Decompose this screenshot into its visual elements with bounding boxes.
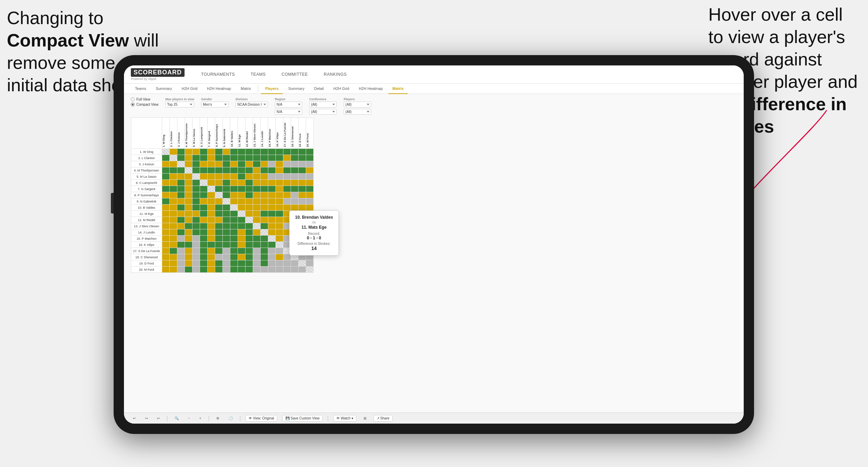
cell-r8-c13[interactable] xyxy=(253,192,261,198)
cell-r2-c1[interactable] xyxy=(162,155,170,161)
cell-r14-c10[interactable] xyxy=(230,229,238,236)
cell-r3-c2[interactable] xyxy=(170,161,177,167)
cell-r10-c15[interactable] xyxy=(268,205,276,211)
cell-r15-c5[interactable] xyxy=(192,236,200,242)
cell-r18-c7[interactable] xyxy=(208,254,215,260)
cell-r8-c11[interactable] xyxy=(238,192,245,198)
cell-r1-c5[interactable] xyxy=(192,149,200,155)
cell-r4-c16[interactable] xyxy=(276,167,283,174)
cell-r16-c15[interactable] xyxy=(268,242,276,248)
cell-r6-c3[interactable] xyxy=(177,180,185,186)
cell-r7-c4[interactable] xyxy=(185,186,192,192)
tab-players[interactable]: Players xyxy=(261,84,283,94)
tab-h2h-grid-2[interactable]: H2H Grid xyxy=(329,84,353,94)
cell-r12-c15[interactable] xyxy=(268,217,276,223)
cell-r3-c16[interactable] xyxy=(276,161,283,167)
cell-r19-c16[interactable] xyxy=(276,260,283,267)
cell-r13-c5[interactable] xyxy=(192,223,200,229)
cell-r19-c12[interactable] xyxy=(245,260,253,267)
cell-r13-c4[interactable] xyxy=(185,223,192,229)
cell-r15-c2[interactable] xyxy=(170,236,177,242)
cell-r2-c13[interactable] xyxy=(253,155,261,161)
cell-r9-c17[interactable] xyxy=(283,198,291,205)
cell-r17-c8[interactable] xyxy=(215,248,223,254)
cell-r13-c2[interactable] xyxy=(170,223,177,229)
cell-r3-c13[interactable] xyxy=(253,161,261,167)
clock-icon[interactable]: 🕐 xyxy=(227,415,235,421)
cell-r2-c6[interactable] xyxy=(200,155,208,161)
cell-r16-c12[interactable] xyxy=(245,242,253,248)
cell-r18-c8[interactable] xyxy=(215,254,223,260)
cell-r19-c17[interactable] xyxy=(283,260,291,267)
cell-r13-c9[interactable] xyxy=(223,223,230,229)
cell-r7-c8[interactable] xyxy=(215,186,223,192)
cell-r8-c16[interactable] xyxy=(276,192,283,198)
cell-r8-c5[interactable] xyxy=(192,192,200,198)
cell-r19-c13[interactable] xyxy=(253,260,261,267)
cell-r3-c8[interactable] xyxy=(215,161,223,167)
cell-r19-c4[interactable] xyxy=(185,260,192,267)
cell-r12-c1[interactable] xyxy=(162,217,170,223)
cell-r1-c14[interactable] xyxy=(261,149,268,155)
cell-r6-c15[interactable] xyxy=(268,180,276,186)
cell-r3-c1[interactable] xyxy=(162,161,170,167)
cell-r5-c10[interactable] xyxy=(230,174,238,180)
cell-r9-c14[interactable] xyxy=(261,198,268,205)
cell-r15-c3[interactable] xyxy=(177,236,185,242)
cell-r5-c19[interactable] xyxy=(299,174,306,180)
cell-r6-c9[interactable] xyxy=(223,180,230,186)
filter-conference-select[interactable]: (All) xyxy=(309,102,337,107)
cell-r7-c16[interactable] xyxy=(276,186,283,192)
cell-r2-c12[interactable] xyxy=(245,155,253,161)
cell-r16-c6[interactable] xyxy=(200,242,208,248)
cell-r3-c4[interactable] xyxy=(185,161,192,167)
cell-r7-c13[interactable] xyxy=(253,186,261,192)
cell-r4-c20[interactable] xyxy=(306,167,314,174)
cell-r11-c6[interactable] xyxy=(200,211,208,217)
cell-r4-c9[interactable] xyxy=(223,167,230,174)
cell-r3-c11[interactable] xyxy=(238,161,245,167)
cell-r17-c3[interactable] xyxy=(177,248,185,254)
cell-r14-c11[interactable] xyxy=(238,229,245,236)
cell-r15-c9[interactable] xyxy=(223,236,230,242)
cell-r12-c14[interactable] xyxy=(261,217,268,223)
cell-r5-c15[interactable] xyxy=(268,174,276,180)
cell-r14-c12[interactable] xyxy=(245,229,253,236)
tab-detail[interactable]: Detail xyxy=(310,84,328,94)
cell-r4-c13[interactable] xyxy=(253,167,261,174)
cell-r19-c9[interactable] xyxy=(223,260,230,267)
filter-division-select[interactable]: NCAA Division I xyxy=(236,102,268,107)
cell-r20-c12[interactable] xyxy=(245,267,253,273)
cell-r18-c6[interactable] xyxy=(200,254,208,260)
cell-r10-c18[interactable] xyxy=(291,205,299,211)
cell-r7-c17[interactable] xyxy=(283,186,291,192)
cell-r20-c11[interactable] xyxy=(238,267,245,273)
cell-r1-c20[interactable] xyxy=(306,149,314,155)
cell-r6-c4[interactable] xyxy=(185,180,192,186)
cell-r10-c13[interactable] xyxy=(253,205,261,211)
cell-r3-c14[interactable] xyxy=(261,161,268,167)
cell-r18-c14[interactable] xyxy=(261,254,268,260)
cell-r3-c3[interactable] xyxy=(177,161,185,167)
cell-r18-c5[interactable] xyxy=(192,254,200,260)
cell-r3-c6[interactable] xyxy=(200,161,208,167)
cell-r6-c17[interactable] xyxy=(283,180,291,186)
cell-r19-c7[interactable] xyxy=(208,260,215,267)
cell-r11-c16[interactable] xyxy=(276,211,283,217)
compact-view-radio[interactable] xyxy=(131,103,135,106)
zoom-minus-button[interactable]: − xyxy=(186,415,192,421)
cell-r10-c14[interactable] xyxy=(261,205,268,211)
cell-r5-c7[interactable] xyxy=(208,174,215,180)
cell-r8-c6[interactable] xyxy=(200,192,208,198)
cell-r11-c7[interactable] xyxy=(208,211,215,217)
cell-r15-c10[interactable] xyxy=(230,236,238,242)
cell-r8-c14[interactable] xyxy=(261,192,268,198)
cell-r6-c8[interactable] xyxy=(215,180,223,186)
cell-r17-c5[interactable] xyxy=(192,248,200,254)
zoom-icon[interactable]: 🔍 xyxy=(172,415,181,421)
cell-r18-c4[interactable] xyxy=(185,254,192,260)
filter-players-select[interactable]: (All) xyxy=(344,102,371,107)
tab-summary-2[interactable]: Summary xyxy=(284,84,308,94)
cell-r5-c18[interactable] xyxy=(291,174,299,180)
cell-r15-c16[interactable] xyxy=(276,236,283,242)
